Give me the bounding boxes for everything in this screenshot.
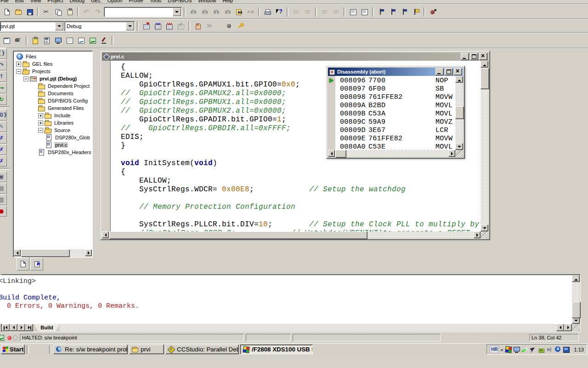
scrollbar-thumb[interactable] [109,231,368,239]
menu-debug[interactable]: Debug [67,0,88,4]
disassembly-row[interactable]: 00809C59A9MOVZ [335,118,455,126]
output-scroll-left-button[interactable] [556,324,564,331]
scrollbar-thumb[interactable] [21,249,70,257]
editor-minimize-button[interactable] [461,53,469,60]
replace-button[interactable] [245,7,256,17]
memory-window-button[interactable] [41,35,52,46]
tree-node-files[interactable]: Files [16,53,37,60]
scrollbar-thumb[interactable] [335,150,346,158]
menu-window[interactable]: Window [195,0,219,4]
compile-file-button[interactable] [141,21,152,31]
tab-first-button[interactable] [2,324,10,331]
scroll-left-button[interactable] [102,231,109,238]
output-scroll-right-button[interactable] [564,324,572,331]
rebuild-all-button[interactable] [164,21,175,31]
menu-view[interactable]: View [27,0,45,4]
remove-all-breakpoints-icon[interactable]: ✗ [0,155,7,167]
property-page-button[interactable] [348,7,358,17]
build-output-text[interactable]: <Linking> Build Complete, 0 Errors, 0 Wa… [0,275,572,324]
tree-node-generated-files[interactable]: Generated Files [38,104,85,112]
new-file-button[interactable] [1,7,12,17]
disassembly-close-button[interactable] [454,68,462,75]
menu-profile[interactable]: Profile [125,0,146,4]
ccs-tray-icon[interactable] [505,346,512,353]
output-resize-grip[interactable] [572,324,580,331]
disassembly-row[interactable]: 00809D3E67LCR [335,126,455,135]
disassembly-row[interactable]: 00809AB2BDMOVL [335,102,455,110]
disassembly-row[interactable]: 0080976F00SB [335,85,455,93]
menu-project[interactable]: Project [44,0,66,4]
launcher-icon[interactable] [530,346,537,353]
config-combobox[interactable]: Debug [64,21,135,31]
format-options-button[interactable] [331,7,341,17]
indent-button[interactable] [291,7,301,17]
editor-selection-margin[interactable] [102,61,111,231]
scroll-left-button[interactable] [328,150,335,157]
output-vertical-scrollbar[interactable] [572,275,580,324]
tab-prev-button[interactable] [10,324,17,331]
disassembly-row[interactable]: 0080967700NOP [335,77,455,85]
find-word-button[interactable] [222,7,233,17]
save-file-button[interactable] [24,7,35,17]
tree-horizontal-scrollbar[interactable] [14,249,92,257]
cut-button[interactable] [41,7,52,17]
reformat-button[interactable] [319,7,330,17]
display-settings-icon[interactable] [563,346,570,353]
watch-window-button[interactable] [30,35,40,46]
bookmark-clear-button[interactable] [411,7,421,17]
menu-dsp-bios[interactable]: DSP/BIOS [164,0,195,4]
disassembly-row[interactable]: 00809BC53AMOVL [335,110,455,118]
project-combobox-dropdown-button[interactable] [55,22,63,30]
tab-bookmarks-view[interactable] [30,258,43,270]
stack-strip-icon[interactable]: ▥ [0,194,7,205]
register-window-button[interactable] [53,35,63,46]
context-help-button[interactable] [274,7,284,17]
bookmark-prev-button[interactable] [399,7,410,17]
run-tool-button[interactable] [428,7,438,17]
collapse-icon[interactable] [38,128,43,133]
project-combobox[interactable]: prvi.pjt [0,21,64,31]
menu-option[interactable]: Option [104,0,125,4]
halt-strip-icon[interactable]: {0} [0,109,7,121]
image-window-button[interactable] [87,35,98,46]
tree-node-source[interactable]: Source [38,126,71,134]
search-combobox[interactable] [104,7,182,17]
tab-build[interactable]: Build [34,324,60,331]
tab-last-button[interactable] [25,324,33,331]
step-out-icon[interactable]: ↑ [0,71,7,82]
watch-strip-icon[interactable]: ▣ [0,171,7,182]
probe-point-button[interactable] [224,21,234,31]
step-into-icon[interactable]: {} [0,48,7,59]
signal-strength-icon[interactable] [521,346,529,353]
stop-build-button[interactable] [175,21,186,31]
find-next-button[interactable] [188,7,198,17]
paste-button[interactable] [64,7,75,17]
editor-titlebar[interactable]: prvi.c [102,52,488,61]
tree-node-prvi-c[interactable]: prvi.c [45,141,68,149]
menu-file[interactable]: File [0,0,12,4]
tree-node-dependent-project[interactable]: Dependent Project [38,82,90,90]
redo-button[interactable] [93,7,103,17]
output-horizontal-scrollbar[interactable] [60,324,556,331]
expand-icon[interactable] [16,62,21,67]
symbol-browser-button[interactable] [13,35,23,46]
scrollbar-thumb[interactable] [572,302,581,318]
editor-close-button[interactable] [479,53,487,60]
home-icon[interactable] [538,346,545,353]
scrollbar-thumb[interactable] [455,106,464,119]
expand-icon[interactable] [38,121,43,126]
tab-file-view[interactable] [17,258,29,270]
editor-resize-grip[interactable] [481,231,488,238]
bookmark-toggle-button[interactable] [376,7,387,17]
language-indicator[interactable]: HR [490,345,499,353]
tree-node-include[interactable]: Include [38,112,71,119]
config-combobox-dropdown-button[interactable] [126,22,134,30]
task-f2808-xds100-usb-e[interactable]: /F2808 XDS100 USB E... [240,345,313,354]
scroll-up-button[interactable] [455,76,463,83]
scroll-right-button[interactable] [474,231,481,238]
halt-button[interactable] [192,21,203,31]
scrollbar-thumb[interactable] [481,68,489,89]
incremental-build-button[interactable] [153,21,163,31]
print-button[interactable] [262,7,273,17]
view-settings-button[interactable] [359,7,370,17]
